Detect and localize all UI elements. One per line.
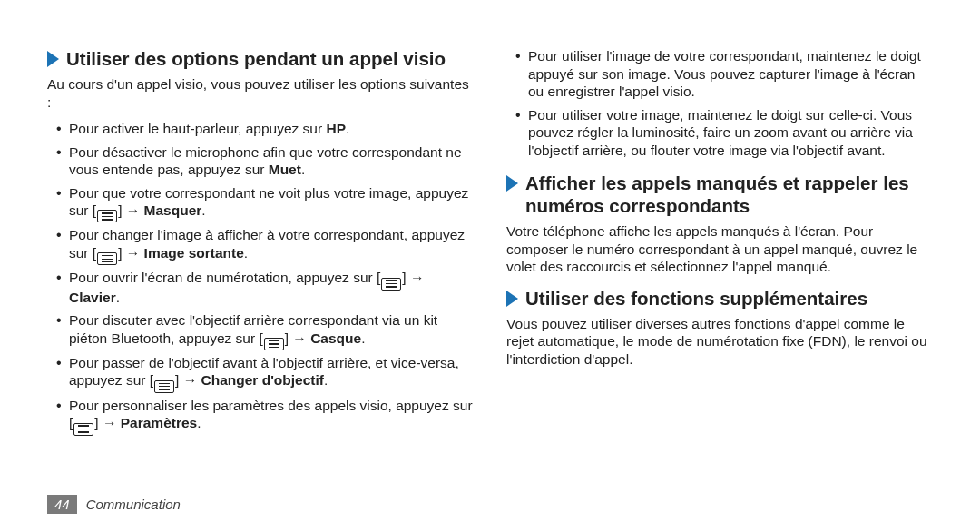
list-item: Pour désactiver le microphone afin que v… <box>56 143 474 179</box>
page-footer: 44 Communication <box>47 495 181 514</box>
bold-label: Masquer <box>144 202 202 218</box>
list-item: Pour changer l'image à afficher à votre … <box>56 226 474 263</box>
bold-label: Casque <box>310 330 361 346</box>
menu-icon <box>74 423 93 436</box>
section-title: Utiliser des fonctions supplémentaires <box>525 287 867 310</box>
section-title: Afficher les appels manqués et rappeler … <box>525 172 933 217</box>
list-item: Pour discuter avec l'objectif arrière co… <box>56 311 474 349</box>
list-item: Pour utiliser votre image, maintenez le … <box>515 106 933 160</box>
bold-label: Clavier <box>69 290 116 305</box>
list-item: Pour activer le haut-parleur, appuyez su… <box>56 120 474 138</box>
chevron-right-icon <box>506 291 518 307</box>
body-text: Votre téléphone affiche les appels manqu… <box>506 222 933 276</box>
chevron-right-icon <box>506 175 518 192</box>
section-label: Communication <box>86 497 181 512</box>
menu-icon <box>381 278 401 291</box>
bold-label: Image sortante <box>144 245 244 261</box>
right-column: Pour utiliser l'image de votre correspon… <box>506 47 933 447</box>
bold-label: Muet <box>269 162 301 177</box>
menu-icon <box>154 380 174 393</box>
bold-label: Paramètres <box>121 415 197 430</box>
section-title: Utiliser des options pendant un appel vi… <box>66 47 446 70</box>
list-item: Pour personnaliser les paramètres des ap… <box>56 397 474 434</box>
bold-label: Changer d'objectif <box>201 372 323 388</box>
menu-icon <box>97 210 117 222</box>
list-item: Pour passer de l'objectif avant à l'obje… <box>56 354 474 391</box>
section-heading: Utiliser des options pendant un appel vi… <box>47 47 474 70</box>
intro-text: Au cours d'un appel visio, vous pouvez u… <box>47 75 474 111</box>
list-item: Pour que votre correspondant ne voit plu… <box>56 184 474 222</box>
section-heading: Afficher les appels manqués et rappeler … <box>506 172 933 217</box>
list-item: Pour ouvrir l'écran de numérotation, app… <box>56 269 474 306</box>
chevron-right-icon <box>47 51 59 67</box>
menu-icon <box>264 338 284 350</box>
list-item: Pour utiliser l'image de votre correspon… <box>515 47 933 101</box>
bold-label: HP <box>326 121 346 136</box>
body-text: Vous pouvez utiliser diverses autres fon… <box>506 315 933 369</box>
page-columns: Utiliser des options pendant un appel vi… <box>47 47 933 447</box>
continuation-list: Pour utiliser l'image de votre correspon… <box>506 47 933 159</box>
section-heading: Utiliser des fonctions supplémentaires <box>506 287 933 310</box>
page-number: 44 <box>47 495 77 514</box>
left-column: Utiliser des options pendant un appel vi… <box>47 47 474 447</box>
option-list: Pour activer le haut-parleur, appuyez su… <box>47 120 474 434</box>
menu-icon <box>97 252 117 265</box>
